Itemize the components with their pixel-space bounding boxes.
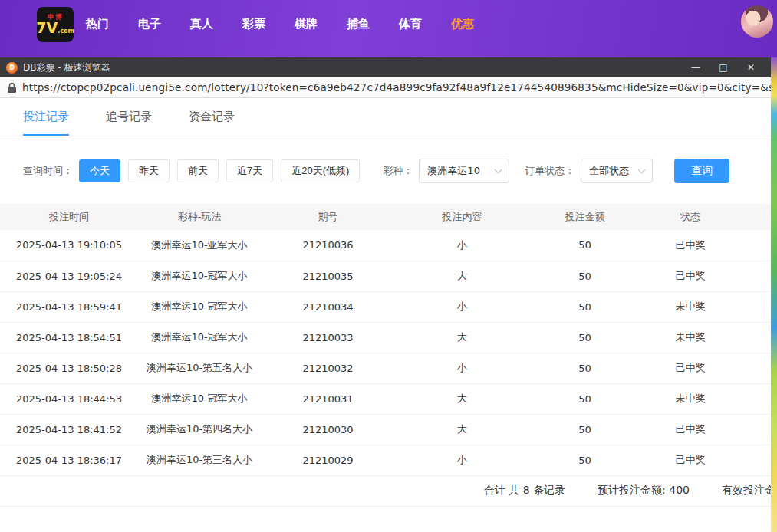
- bet-amount-cell: 50: [529, 322, 640, 353]
- row-filler: [740, 414, 771, 445]
- row-filler: [740, 322, 771, 353]
- bet-time-cell: 2025-04-13 19:05:24: [0, 261, 138, 291]
- issue-cell: 21210029: [261, 445, 395, 475]
- status-cell: 已中奖: [640, 353, 740, 383]
- table-header-cell: 投注金额: [529, 204, 640, 230]
- game-play-cell: 澳洲幸运10-第三名大小: [138, 445, 261, 475]
- table-header-cell: 投注时间: [0, 204, 138, 230]
- bet-amount-cell: 50: [529, 261, 640, 291]
- issue-cell: 21210033: [261, 322, 395, 353]
- user-avatar[interactable]: [741, 5, 773, 38]
- window-title: DB彩票 - 极速浏览器: [23, 61, 110, 74]
- bet-amount-cell: 50: [529, 445, 640, 475]
- table-header-cell: 状态: [640, 204, 740, 230]
- table-header-row: 投注时间彩种-玩法期号投注内容投注金额状态: [0, 204, 771, 230]
- nav-item-7[interactable]: 体育: [399, 17, 422, 31]
- bet-content-cell: 大: [395, 261, 529, 291]
- chevron-down-icon: [495, 166, 502, 173]
- bet-content-cell: 小: [395, 230, 529, 261]
- nav-item-2[interactable]: 电子: [138, 17, 161, 31]
- bet-time-cell: 2025-04-13 18:50:28: [0, 353, 138, 383]
- game-play-cell: 澳洲幸运10-冠军大小: [138, 383, 261, 414]
- nav-item-6[interactable]: 捕鱼: [347, 17, 370, 31]
- table-row: 2025-04-13 19:05:24澳洲幸运10-冠军大小21210035大5…: [0, 261, 771, 291]
- row-filler: [740, 445, 771, 475]
- status-cell: 未中奖: [640, 291, 740, 322]
- nav-item-5[interactable]: 棋牌: [295, 17, 318, 31]
- expected-bet-amount: 预计投注金额: 400: [598, 484, 690, 498]
- status-cell: 已中奖: [640, 261, 740, 291]
- url-bar[interactable]: https://ctopcp02pcali.uengi5e.com/lotter…: [0, 77, 771, 98]
- lottery-select[interactable]: 澳洲幸运10: [419, 159, 509, 183]
- bet-time-cell: 2025-04-13 18:36:17: [0, 445, 138, 475]
- total-records: 合计 共 8 条记录: [484, 484, 565, 498]
- maximize-button[interactable]: □: [710, 57, 737, 77]
- time-option-4[interactable]: 近7天: [226, 159, 273, 182]
- time-option-3[interactable]: 前天: [177, 159, 219, 182]
- status-cell: 已中奖: [640, 445, 740, 475]
- time-option-5[interactable]: 近20天(低频): [281, 159, 360, 182]
- browser-window: D DB彩票 - 极速浏览器 — □ ✕ https://ctopcp02pca…: [0, 57, 771, 532]
- lottery-record-page: 投注记录追号记录资金记录 查询时间： 今天昨天前天近7天近20天(低频) 彩种：…: [0, 98, 771, 532]
- bet-amount-cell: 50: [529, 291, 640, 322]
- tab-1[interactable]: 投注记录: [23, 98, 69, 136]
- table-body: 2025-04-13 19:10:05澳洲幸运10-亚军大小21210036小5…: [0, 230, 771, 475]
- filter-bar: 查询时间： 今天昨天前天近7天近20天(低频) 彩种： 澳洲幸运10 订单状态：…: [0, 136, 771, 204]
- time-option-1[interactable]: 今天: [79, 159, 120, 182]
- valid-bet-amount: 有效投注金额: [722, 484, 771, 498]
- bet-content-cell: 小: [395, 353, 529, 383]
- bet-content-cell: 大: [395, 383, 529, 414]
- table-header-cell: 期号: [261, 204, 395, 230]
- nav-item-4[interactable]: 彩票: [242, 17, 265, 31]
- game-play-cell: 澳洲幸运10-冠军大小: [138, 291, 261, 322]
- time-filter-options: 今天昨天前天近7天近20天(低频): [79, 159, 367, 182]
- game-play-cell: 澳洲幸运10-冠军大小: [138, 261, 261, 291]
- status-cell: 已中奖: [640, 414, 740, 445]
- time-option-2[interactable]: 昨天: [128, 159, 170, 182]
- table-row: 2025-04-13 18:54:51澳洲幸运10-冠军大小21210033大5…: [0, 322, 771, 353]
- search-button[interactable]: 查询: [674, 159, 729, 183]
- minimize-button[interactable]: —: [682, 57, 710, 77]
- nav-item-1[interactable]: 热门: [86, 17, 109, 31]
- lottery-select-value: 澳洲幸运10: [427, 164, 480, 178]
- nav-item-8[interactable]: 优惠: [451, 17, 474, 31]
- browser-titlebar: D DB彩票 - 极速浏览器 — □ ✕: [0, 57, 771, 77]
- logo-domain: .com: [58, 28, 74, 34]
- url-text[interactable]: https://ctopcp02pcali.uengi5e.com/lotter…: [22, 81, 771, 94]
- site-header: 申博 7V.com 热门电子真人彩票棋牌捕鱼体育优惠: [0, 0, 777, 57]
- nav-item-3[interactable]: 真人: [190, 17, 213, 31]
- window-controls: — □ ✕: [682, 57, 765, 77]
- issue-cell: 21210035: [261, 261, 395, 291]
- order-status-select[interactable]: 全部状态: [581, 159, 653, 183]
- logo-name: 7V.com: [36, 21, 74, 35]
- game-play-cell: 澳洲幸运10-亚军大小: [138, 230, 261, 261]
- bet-time-cell: 2025-04-13 19:10:05: [0, 230, 138, 261]
- table-row: 2025-04-13 18:41:52澳洲幸运10-第四名大小21210030大…: [0, 414, 771, 445]
- table-footer: 合计 共 8 条记录 预计投注金额: 400 有效投注金额: [0, 476, 771, 507]
- chevron-down-icon: [638, 166, 646, 173]
- record-tabs: 投注记录追号记录资金记录: [0, 98, 771, 136]
- table-row: 2025-04-13 19:10:05澳洲幸运10-亚军大小21210036小5…: [0, 230, 771, 261]
- lock-icon: [8, 83, 16, 93]
- status-cell: 未中奖: [640, 322, 740, 353]
- tab-3[interactable]: 资金记录: [189, 98, 235, 136]
- site-logo[interactable]: 申博 7V.com: [37, 7, 74, 42]
- browser-app-icon: D: [6, 62, 18, 74]
- main-nav: 热门电子真人彩票棋牌捕鱼体育优惠: [86, 0, 474, 48]
- table-row: 2025-04-13 18:36:17澳洲幸运10-第三名大小21210029小…: [0, 445, 771, 475]
- close-button[interactable]: ✕: [737, 57, 765, 77]
- bet-content-cell: 小: [395, 291, 529, 322]
- status-filter-label: 订单状态：: [525, 164, 575, 178]
- status-select-value: 全部状态: [589, 164, 629, 178]
- game-play-cell: 澳洲幸运10-冠军大小: [138, 322, 261, 353]
- tab-2[interactable]: 追号记录: [106, 98, 152, 136]
- bet-content-cell: 小: [395, 445, 529, 475]
- row-filler: [740, 353, 771, 383]
- table-row: 2025-04-13 18:59:41澳洲幸运10-冠军大小21210034小5…: [0, 291, 771, 322]
- issue-cell: 21210036: [261, 230, 395, 261]
- issue-cell: 21210031: [261, 383, 395, 414]
- bet-content-cell: 大: [395, 322, 529, 353]
- bet-amount-cell: 50: [529, 230, 640, 261]
- issue-cell: 21210030: [261, 414, 395, 445]
- game-play-cell: 澳洲幸运10-第四名大小: [138, 414, 261, 445]
